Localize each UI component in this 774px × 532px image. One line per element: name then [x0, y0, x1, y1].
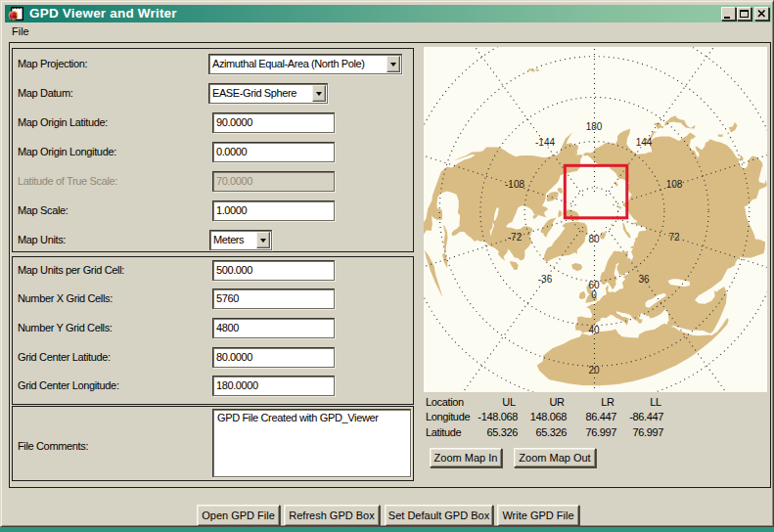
svg-text:60: 60	[588, 280, 600, 290]
svg-text:-108: -108	[505, 179, 524, 190]
svg-text:40: 40	[588, 325, 600, 335]
svg-text:108: 108	[666, 179, 683, 190]
svg-text:0: 0	[591, 289, 597, 300]
svg-text:-72: -72	[508, 232, 523, 243]
svg-text:144: 144	[636, 137, 653, 148]
svg-text:-144: -144	[535, 137, 555, 148]
svg-text:-36: -36	[538, 274, 553, 285]
svg-text:72: 72	[668, 232, 680, 243]
svg-text:180: 180	[586, 121, 603, 132]
svg-text:80: 80	[588, 234, 600, 244]
svg-text:36: 36	[638, 274, 650, 285]
svg-text:20: 20	[588, 365, 600, 376]
